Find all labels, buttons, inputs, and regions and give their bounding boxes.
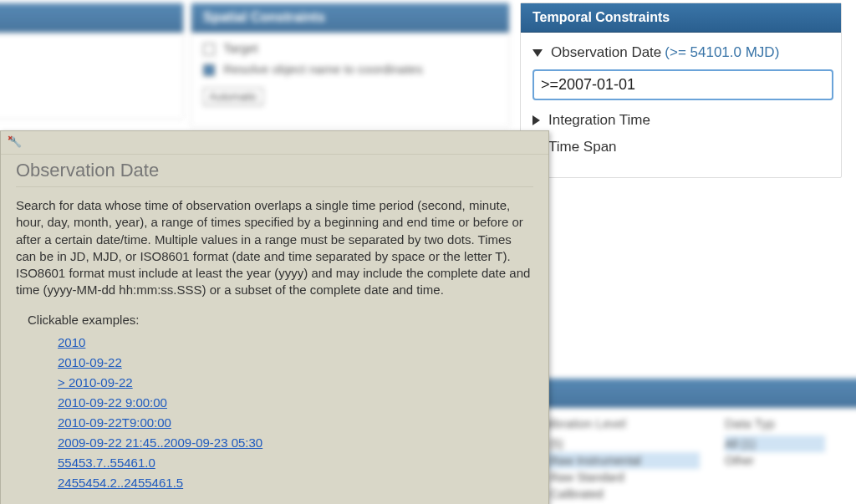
spatial-constraints-panel: Spatial Constraints Target Resolve objec… bbox=[191, 3, 510, 128]
data-type-label: Data Typ bbox=[725, 416, 825, 430]
list-item: Other bbox=[725, 452, 825, 469]
observation-date-label: Observation Date bbox=[551, 44, 661, 61]
observation-date-section[interactable]: Observation Date (>= 54101.0 MJD) bbox=[532, 39, 829, 66]
observation-date-hint: (>= 54101.0 MJD) bbox=[665, 44, 779, 61]
chevron-down-icon bbox=[532, 49, 543, 57]
calibration-level-list: All (5) (0) Raw Instrumental (1) Raw Sta… bbox=[532, 435, 700, 502]
checkbox-icon bbox=[203, 43, 215, 55]
panel-header: aints bbox=[0, 3, 183, 33]
list-item: (1) Raw Standard bbox=[532, 469, 700, 486]
constraints-panel-fragment: aints bbox=[0, 3, 184, 120]
target-label: Target bbox=[223, 41, 258, 55]
example-link[interactable]: 2455454.2..2455461.5 bbox=[58, 476, 183, 490]
example-link[interactable]: 2010 bbox=[58, 335, 85, 349]
chevron-right-icon bbox=[532, 115, 540, 125]
panel-header bbox=[521, 379, 856, 408]
help-description: Search for data whose time of observatio… bbox=[16, 197, 533, 299]
results-panel-fragment: Calibration Level All (5) (0) Raw Instru… bbox=[520, 378, 856, 504]
tools-icon[interactable] bbox=[8, 135, 23, 150]
example-link[interactable]: 2010-09-22 bbox=[58, 355, 122, 369]
integration-time-section[interactable]: Integration Time bbox=[532, 107, 829, 134]
example-link[interactable]: 2010-09-22 9:00:00 bbox=[58, 395, 167, 410]
example-link[interactable]: 55453.7..55461.0 bbox=[58, 456, 155, 470]
data-type-list: All (1) Other bbox=[725, 435, 825, 469]
examples-list: 2010 2010-09-22 > 2010-09-22 2010-09-22 … bbox=[58, 335, 533, 491]
time-span-section[interactable]: Time Span bbox=[532, 134, 829, 160]
list-item: All (1) bbox=[725, 435, 825, 452]
calibration-level-label: Calibration Level bbox=[532, 416, 700, 430]
resolver-select: Automatic bbox=[203, 88, 263, 105]
example-link[interactable]: 2009-09-22 21:45..2009-09-23 05:30 bbox=[58, 435, 262, 450]
help-title: Observation Date bbox=[16, 160, 533, 181]
divider bbox=[16, 186, 533, 187]
integration-time-label: Integration Time bbox=[548, 112, 650, 129]
list-item: (2) Calibrated bbox=[532, 486, 700, 502]
list-item: All (5) bbox=[532, 435, 700, 452]
panel-header: Spatial Constraints bbox=[191, 3, 509, 33]
clickable-examples-label: Clickable examples: bbox=[28, 313, 533, 327]
help-toolbar bbox=[1, 131, 548, 155]
list-item: (0) Raw Instrumental bbox=[532, 452, 700, 469]
example-link[interactable]: 2010-09-22T9:00:00 bbox=[58, 415, 171, 430]
example-link[interactable]: > 2010-09-22 bbox=[58, 375, 133, 389]
panel-header: Temporal Constraints bbox=[521, 3, 841, 33]
observation-date-input[interactable] bbox=[532, 69, 833, 100]
temporal-constraints-panel: Temporal Constraints Observation Date (>… bbox=[520, 3, 842, 178]
help-tooltip-panel: Observation Date Search for data whose t… bbox=[0, 130, 549, 504]
checkbox-icon bbox=[203, 64, 215, 76]
resolve-label: Resolve object name to coordinates bbox=[223, 62, 422, 76]
time-span-label: Time Span bbox=[548, 139, 617, 155]
